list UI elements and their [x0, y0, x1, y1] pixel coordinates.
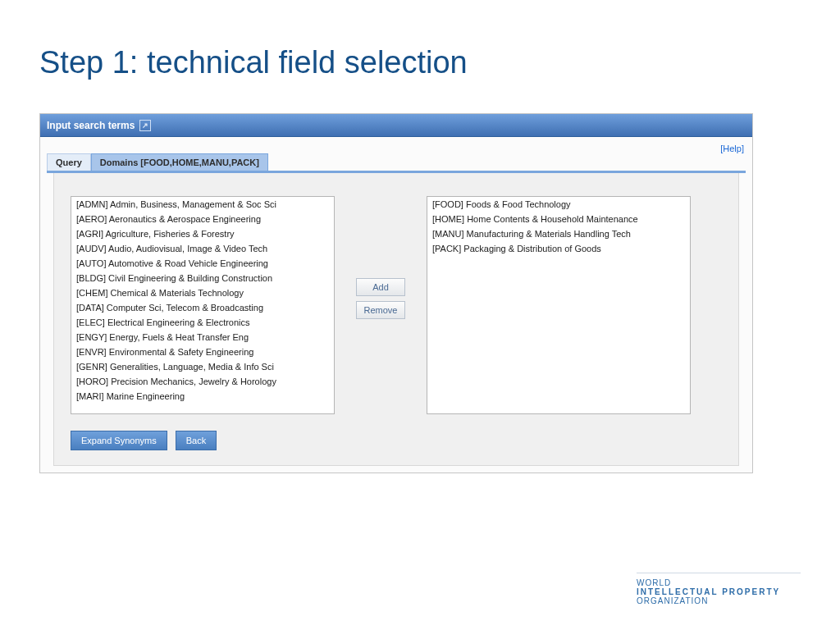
remove-button[interactable]: Remove — [356, 301, 405, 319]
popout-icon[interactable]: ↗ — [139, 120, 151, 131]
back-button[interactable]: Back — [176, 431, 217, 450]
available-domains-list[interactable]: [ADMN] Admin, Business, Management & Soc… — [71, 196, 335, 414]
expand-synonyms-button[interactable]: Expand Synonyms — [71, 431, 167, 450]
list-item[interactable]: [ENGY] Energy, Fuels & Heat Transfer Eng — [71, 330, 334, 345]
list-item[interactable]: [AGRI] Agriculture, Fisheries & Forestry — [71, 226, 334, 241]
list-item[interactable]: [HOME] Home Contents & Household Mainten… — [427, 212, 690, 226]
list-item[interactable]: [MANU] Manufacturing & Materials Handlin… — [427, 226, 690, 241]
list-item[interactable]: [AERO] Aeronautics & Aerospace Engineeri… — [71, 212, 334, 226]
page-title: Step 1: technical field selection — [39, 45, 801, 80]
panel-header-label: Input search terms — [47, 120, 135, 131]
help-link[interactable]: [Help] — [720, 144, 744, 153]
list-item[interactable]: [FOOD] Foods & Food Technology — [427, 197, 690, 212]
list-item[interactable]: [AUDV] Audio, Audiovisual, Image & Video… — [71, 241, 334, 256]
tab-query[interactable]: Query — [47, 153, 91, 171]
list-item[interactable]: [AUTO] Automotive & Road Vehicle Enginee… — [71, 256, 334, 271]
tabs: Query Domains [FOOD,HOME,MANU,PACK] — [47, 155, 746, 173]
list-item[interactable]: [HORO] Precision Mechanics, Jewelry & Ho… — [71, 374, 334, 389]
search-panel: Input search terms ↗ [Help] Query Domain… — [39, 113, 753, 473]
wipo-logo: WORLD INTELLECTUAL PROPERTY ORGANIZATION — [637, 573, 801, 605]
brand-line3: ORGANIZATION — [637, 596, 801, 605]
list-item[interactable]: [ENVR] Environmental & Safety Engineerin… — [71, 345, 334, 359]
list-item[interactable]: [PACK] Packaging & Distribution of Goods — [427, 241, 690, 256]
list-item[interactable]: [MARI] Marine Engineering — [71, 389, 334, 404]
add-button[interactable]: Add — [356, 278, 405, 296]
brand-line1: WORLD — [637, 578, 801, 587]
list-item[interactable]: [DATA] Computer Sci, Telecom & Broadcast… — [71, 300, 334, 315]
panel-header: Input search terms ↗ — [40, 114, 752, 137]
tab-domains[interactable]: Domains [FOOD,HOME,MANU,PACK] — [91, 153, 268, 171]
list-item[interactable]: [ADMN] Admin, Business, Management & Soc… — [71, 197, 334, 212]
brand-line2: INTELLECTUAL PROPERTY — [637, 587, 801, 596]
list-item[interactable]: [CHEM] Chemical & Materials Technology — [71, 285, 334, 300]
list-item[interactable]: [GENR] Generalities, Language, Media & I… — [71, 359, 334, 374]
list-item[interactable]: [BLDG] Civil Engineering & Building Cons… — [71, 271, 334, 285]
selected-domains-list[interactable]: [FOOD] Foods & Food Technology[HOME] Hom… — [427, 196, 691, 414]
domains-body: [ADMN] Admin, Business, Management & Soc… — [53, 173, 739, 466]
list-item[interactable]: [ELEC] Electrical Engineering & Electron… — [71, 315, 334, 330]
